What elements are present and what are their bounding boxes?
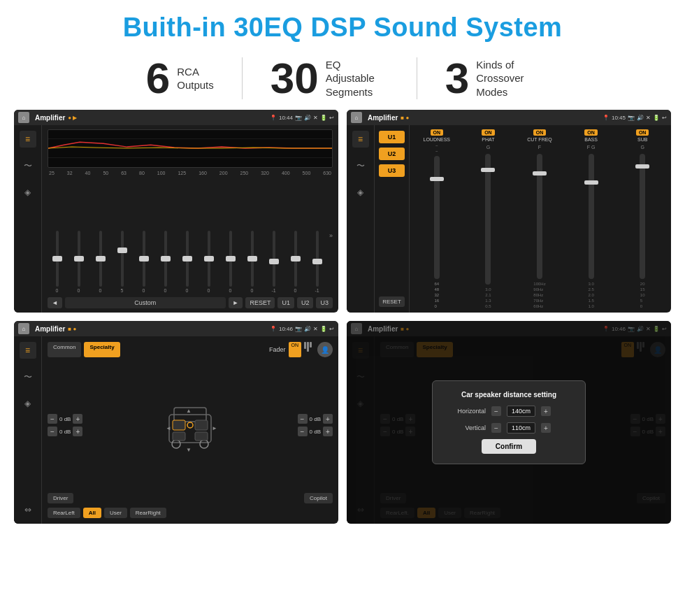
fader-icon-balance[interactable]: ⇔ bbox=[20, 501, 36, 518]
fader-rearright-btn[interactable]: RearRight bbox=[130, 508, 166, 518]
eq-slider-6[interactable]: 0 bbox=[178, 231, 196, 293]
eq-next-button[interactable]: ► bbox=[229, 297, 243, 308]
fader-content: ≡ 〜 ◈ ⇔ Common Specialty Fader ON bbox=[14, 336, 338, 524]
eq-slider-8[interactable]: 0 bbox=[221, 231, 240, 293]
fader-user-btn[interactable]: User bbox=[104, 508, 127, 518]
fader-volume-icon: 🔊 bbox=[304, 326, 311, 332]
amp-left-panel: U1 U2 U3 RESET bbox=[375, 125, 410, 313]
fader-tab-specialty[interactable]: Specialty bbox=[84, 342, 120, 357]
svg-text:►: ► bbox=[212, 425, 217, 431]
eq-icon-equalizer[interactable]: ≡ bbox=[20, 131, 36, 148]
right-rear-value: 0 dB bbox=[310, 429, 321, 435]
stat-number-rca: 6 bbox=[146, 57, 170, 100]
eq-u1-button[interactable]: U1 bbox=[277, 297, 294, 308]
home-icon[interactable]: ⌂ bbox=[18, 112, 29, 123]
bass-on-badge[interactable]: ON bbox=[584, 129, 598, 136]
fader-icon-speaker[interactable]: ◈ bbox=[20, 395, 36, 412]
eq-slider-3[interactable]: 5 bbox=[113, 231, 131, 293]
eq-slider-1[interactable]: 0 bbox=[69, 231, 88, 293]
fader-icon-eq[interactable]: ≡ bbox=[20, 342, 36, 359]
eq-slider-0[interactable]: 0 bbox=[48, 231, 66, 293]
amp-u2-btn[interactable]: U2 bbox=[379, 148, 405, 160]
left-front-plus[interactable]: + bbox=[73, 414, 82, 424]
vertical-value: 110cm bbox=[507, 422, 535, 434]
eq-slider-2[interactable]: 0 bbox=[91, 231, 110, 293]
fader-avatar-icon[interactable]: 👤 bbox=[317, 342, 333, 357]
cutfreq-on-badge[interactable]: ON bbox=[533, 129, 547, 136]
right-front-minus[interactable]: − bbox=[298, 414, 308, 424]
amp-back-icon[interactable]: ↩ bbox=[662, 115, 667, 121]
fader-tab-common[interactable]: Common bbox=[48, 342, 81, 357]
eq-icon-wave[interactable]: 〜 bbox=[20, 157, 36, 174]
cutfreq-slider[interactable] bbox=[537, 154, 542, 279]
fader-icon-wave[interactable]: 〜 bbox=[20, 368, 36, 385]
eq-slider-10[interactable]: -1 bbox=[264, 231, 283, 293]
amp-camera-icon: 📷 bbox=[628, 115, 635, 121]
fader-status-icons: 📍 10:46 📷 🔊 ✕ 🔋 ↩ bbox=[270, 326, 334, 332]
phat-on-badge[interactable]: ON bbox=[482, 129, 495, 136]
left-db-controls: − 0 dB + − 0 dB + bbox=[48, 414, 82, 436]
eq-u2-button[interactable]: U2 bbox=[297, 297, 314, 308]
eq-custom-button[interactable]: Custom bbox=[65, 297, 226, 308]
amp-icon-eq[interactable]: ≡ bbox=[352, 131, 369, 148]
amp-icon-wave[interactable]: 〜 bbox=[352, 157, 369, 174]
phat-slider[interactable] bbox=[485, 154, 491, 285]
loudness-on-badge[interactable]: ON bbox=[431, 129, 444, 136]
amp-u1-btn[interactable]: U1 bbox=[379, 131, 405, 143]
eq-app-name: Amplifier bbox=[35, 114, 65, 122]
eq-reset-button[interactable]: RESET bbox=[245, 297, 275, 308]
right-rear-minus[interactable]: − bbox=[298, 427, 308, 436]
eq-slider-7[interactable]: 0 bbox=[199, 231, 218, 293]
fader-bottom-controls: Driver Copilot bbox=[48, 493, 333, 503]
fader-rearleft-btn[interactable]: RearLeft bbox=[48, 508, 80, 518]
dialog-horizontal-row: Horizontal − 140cm + bbox=[444, 406, 574, 417]
fader-camera-icon: 📷 bbox=[295, 326, 302, 332]
left-rear-plus[interactable]: + bbox=[73, 427, 82, 436]
vertical-label: Vertical bbox=[444, 424, 486, 431]
amp-location-icon: 📍 bbox=[603, 115, 610, 121]
eq-prev-button[interactable]: ◄ bbox=[48, 297, 62, 308]
fader-home-icon[interactable]: ⌂ bbox=[18, 323, 29, 334]
dialog-overlay: Car speaker distance setting Horizontal … bbox=[347, 321, 671, 524]
amp-icon-speaker[interactable]: ◈ bbox=[352, 184, 369, 201]
horizontal-plus[interactable]: + bbox=[541, 406, 551, 416]
eq-slider-4[interactable]: 0 bbox=[134, 231, 153, 293]
eq-content: ≡ 〜 ◈ 2 bbox=[14, 125, 338, 313]
left-rear-minus[interactable]: − bbox=[48, 427, 57, 436]
back-icon[interactable]: ↩ bbox=[329, 115, 334, 121]
vertical-plus[interactable]: + bbox=[541, 423, 551, 433]
fader-all-btn[interactable]: All bbox=[83, 508, 101, 518]
bass-slider[interactable] bbox=[589, 154, 594, 279]
eq-slider-12[interactable]: -1 bbox=[308, 231, 326, 293]
sub-on-badge[interactable]: ON bbox=[636, 129, 649, 136]
amp-channel-bass: ON BASS F G 3.02.52.01.51.0 bbox=[567, 129, 616, 308]
right-front-plus[interactable]: + bbox=[323, 414, 333, 424]
right-front-value: 0 dB bbox=[310, 416, 321, 422]
eq-sidebar: ≡ 〜 ◈ bbox=[14, 125, 42, 313]
right-rear-plus[interactable]: + bbox=[323, 427, 333, 436]
fader-bars bbox=[304, 342, 312, 357]
car-diagram: ▲ ▼ ◄ ► bbox=[88, 394, 291, 457]
amp-screen: ⌂ Amplifier ■ ● 📍 10:45 📷 🔊 ✕ 🔋 ↩ ≡ 〜 ◈ … bbox=[347, 110, 671, 313]
sub-slider[interactable] bbox=[640, 154, 645, 279]
eq-icon-speaker[interactable]: ◈ bbox=[20, 184, 36, 201]
vertical-minus[interactable]: − bbox=[491, 423, 501, 433]
eq-slider-9[interactable]: 0 bbox=[243, 231, 261, 293]
eq-slider-11[interactable]: 0 bbox=[286, 231, 305, 293]
stat-eq: 30 EQ Adjustable Segments bbox=[243, 57, 417, 100]
confirm-button[interactable]: Confirm bbox=[482, 439, 536, 454]
fader-on-badge[interactable]: ON bbox=[289, 342, 302, 357]
loudness-slider[interactable] bbox=[434, 156, 440, 279]
amp-u3-btn[interactable]: U3 bbox=[379, 164, 405, 177]
fader-back-icon[interactable]: ↩ bbox=[329, 326, 334, 332]
left-front-minus[interactable]: − bbox=[48, 414, 57, 424]
fader-driver-btn[interactable]: Driver bbox=[48, 493, 73, 503]
fader-copilot-btn[interactable]: Copilot bbox=[304, 493, 333, 503]
amp-home-icon[interactable]: ⌂ bbox=[351, 112, 362, 123]
eq-slider-5[interactable]: 0 bbox=[156, 231, 175, 293]
eq-scroll-right[interactable]: » bbox=[329, 232, 333, 239]
eq-u3-button[interactable]: U3 bbox=[316, 297, 333, 308]
amp-reset-btn[interactable]: RESET bbox=[379, 296, 405, 307]
eq-graph bbox=[48, 129, 333, 168]
horizontal-minus[interactable]: − bbox=[491, 406, 501, 416]
